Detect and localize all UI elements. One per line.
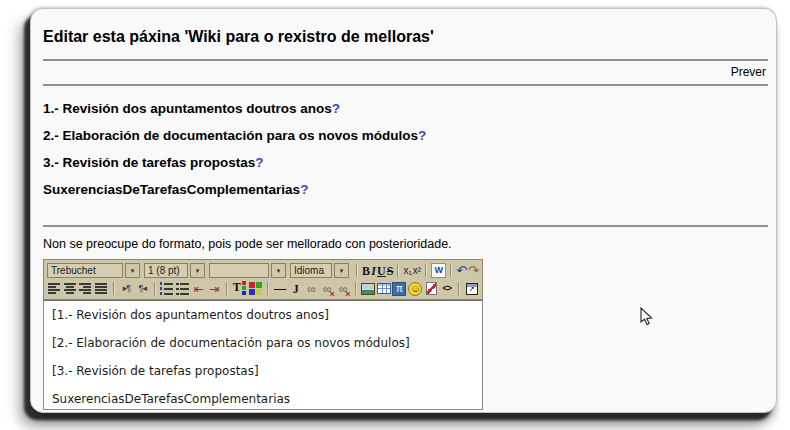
direction-ltr-icon: ▸¶ bbox=[123, 284, 130, 293]
outdent-icon: ⇤ bbox=[194, 283, 204, 295]
format-note: Non se preocupe do formato, pois pode se… bbox=[43, 237, 768, 251]
subscript-button[interactable]: x₁ bbox=[403, 263, 411, 279]
undo-button[interactable]: ↶ bbox=[456, 263, 467, 279]
subscript-icon: x₁ bbox=[403, 266, 411, 276]
create-page-link[interactable]: ? bbox=[418, 128, 426, 143]
format-select[interactable]: ▼ bbox=[209, 263, 286, 278]
font-family-select[interactable]: Trebuchet▼ bbox=[47, 263, 140, 278]
html-source-icon: <> bbox=[443, 284, 452, 293]
unordered-list-button[interactable] bbox=[175, 281, 190, 297]
page-title: Editar esta páxina 'Wiki para o rexistro… bbox=[43, 27, 768, 46]
horizontal-rule-button[interactable]: — bbox=[273, 281, 288, 297]
divider-under-preview bbox=[43, 84, 768, 86]
preview-link[interactable]: Prever bbox=[731, 65, 766, 79]
ordered-list-button[interactable] bbox=[160, 281, 175, 297]
direction-rtl-icon: ¶◂ bbox=[139, 284, 146, 293]
language-select-value: Idioma bbox=[290, 263, 332, 278]
anchor-icon: J bbox=[293, 283, 299, 295]
clean-word-html-button[interactable]: W bbox=[431, 263, 446, 279]
preview-row: Prever bbox=[43, 65, 768, 80]
spellcheck-button[interactable] bbox=[424, 281, 439, 297]
outdent-button[interactable]: ⇤ bbox=[191, 281, 206, 297]
wiki-line: 3.- Revisión de tarefas propostas? bbox=[43, 156, 768, 170]
wiki-line-text: 2.- Elaboración de documentación para os… bbox=[43, 128, 418, 143]
format-select-value bbox=[209, 263, 269, 278]
underline-button[interactable]: U bbox=[377, 263, 386, 279]
editor-toolbar: Trebuchet▼1 (8 pt)▼▼Idioma▼BIUSx₁x²W↶↷ ▸… bbox=[43, 259, 483, 300]
no-autolink-button[interactable]: ∞ bbox=[336, 281, 351, 297]
clean-word-html-icon: W bbox=[431, 263, 446, 278]
highlight-color-button[interactable] bbox=[248, 281, 263, 297]
font-size-select-value: 1 (8 pt) bbox=[144, 263, 188, 278]
enlarge-editor-button[interactable]: ↗ bbox=[464, 281, 479, 297]
align-justify-icon bbox=[95, 282, 108, 295]
spellcheck-icon bbox=[426, 282, 437, 295]
unordered-list-icon bbox=[176, 282, 190, 295]
indent-button[interactable]: ⇥ bbox=[207, 281, 222, 297]
align-center-icon bbox=[64, 282, 77, 295]
wiki-line: 2.- Elaboración de documentación para os… bbox=[43, 129, 768, 143]
unlink-button[interactable]: ∞ bbox=[320, 281, 335, 297]
align-justify-button[interactable] bbox=[94, 281, 109, 297]
insert-image-button[interactable] bbox=[361, 281, 376, 297]
wiki-line-text: SuxerenciasDeTarefasComplementarias bbox=[43, 182, 300, 197]
toolbar-separator bbox=[397, 264, 399, 277]
toolbar-separator bbox=[450, 264, 452, 277]
toolbar-separator bbox=[458, 282, 460, 295]
editor-text-line: SuxerenciasDeTarefasComplementarias bbox=[52, 393, 474, 406]
align-center-button[interactable] bbox=[63, 281, 78, 297]
wiki-line-text: 1.- Revisión dos apuntamentos doutros an… bbox=[43, 101, 332, 116]
insert-table-button[interactable] bbox=[376, 281, 391, 297]
insert-image-icon bbox=[361, 283, 375, 295]
create-page-link[interactable]: ? bbox=[332, 101, 340, 116]
wiki-line-text: 3.- Revisión de tarefas propostas bbox=[43, 155, 255, 170]
insert-special-char-button[interactable]: π bbox=[392, 281, 407, 297]
align-right-icon bbox=[79, 282, 92, 295]
toolbar-separator bbox=[267, 282, 269, 295]
wiki-line: 1.- Revisión dos apuntamentos doutros an… bbox=[43, 102, 768, 116]
anchor-button[interactable]: J bbox=[288, 281, 303, 297]
toolbar-separator bbox=[226, 282, 228, 295]
wiki-item-list: 1.- Revisión dos apuntamentos doutros an… bbox=[43, 102, 768, 197]
divider-above-editor bbox=[43, 225, 768, 227]
horizontal-rule-icon: — bbox=[274, 283, 286, 295]
font-size-select[interactable]: 1 (8 pt)▼ bbox=[144, 263, 205, 278]
toolbar-separator bbox=[355, 282, 357, 295]
underline-icon: U bbox=[377, 265, 386, 277]
toolbar-separator bbox=[154, 282, 156, 295]
align-right-button[interactable] bbox=[79, 281, 94, 297]
align-left-button[interactable] bbox=[47, 281, 62, 297]
html-editor: Trebuchet▼1 (8 pt)▼▼Idioma▼BIUSx₁x²W↶↷ ▸… bbox=[43, 259, 483, 410]
superscript-button[interactable]: x² bbox=[413, 263, 421, 279]
create-page-link[interactable]: ? bbox=[255, 155, 263, 170]
ordered-list-icon bbox=[160, 282, 174, 295]
strikethrough-button[interactable]: S bbox=[387, 263, 394, 279]
italic-button[interactable]: I bbox=[371, 263, 376, 279]
insert-table-icon bbox=[377, 283, 391, 294]
toolbar-separator bbox=[425, 264, 427, 277]
redo-button[interactable]: ↷ bbox=[468, 263, 479, 279]
create-page-link[interactable]: ? bbox=[300, 182, 308, 197]
language-select[interactable]: Idioma▼ bbox=[290, 263, 349, 278]
direction-ltr-button[interactable]: ▸¶ bbox=[119, 281, 134, 297]
editor-content-area[interactable]: [1.- Revisión dos apuntamentos doutros a… bbox=[43, 300, 483, 410]
insert-smiley-button[interactable]: ☺ bbox=[408, 281, 423, 297]
wiki-edit-page: Editar esta páxina 'Wiki para o rexistro… bbox=[30, 8, 777, 413]
toolbar-row-1: Trebuchet▼1 (8 pt)▼▼Idioma▼BIUSx₁x²W↶↷ bbox=[47, 262, 479, 279]
bold-icon: B bbox=[362, 265, 370, 277]
wiki-line: SuxerenciasDeTarefasComplementarias? bbox=[43, 183, 768, 197]
font-family-select-value: Trebuchet bbox=[47, 263, 123, 278]
italic-icon: I bbox=[371, 265, 376, 277]
align-left-icon bbox=[48, 282, 61, 295]
no-autolink-icon: ∞ bbox=[339, 283, 348, 295]
highlight-color-icon bbox=[249, 282, 262, 295]
bold-button[interactable]: B bbox=[362, 263, 370, 279]
html-source-button[interactable]: <> bbox=[439, 281, 454, 297]
unlink-icon: ∞ bbox=[323, 283, 332, 295]
link-button[interactable]: ∞ bbox=[304, 281, 319, 297]
insert-special-char-icon: π bbox=[392, 282, 406, 296]
toolbar-separator bbox=[113, 282, 115, 295]
text-color-button[interactable]: T bbox=[232, 281, 247, 297]
editor-text-line: [3.- Revisión de tarefas propostas] bbox=[52, 365, 474, 378]
direction-rtl-button[interactable]: ¶◂ bbox=[135, 281, 150, 297]
